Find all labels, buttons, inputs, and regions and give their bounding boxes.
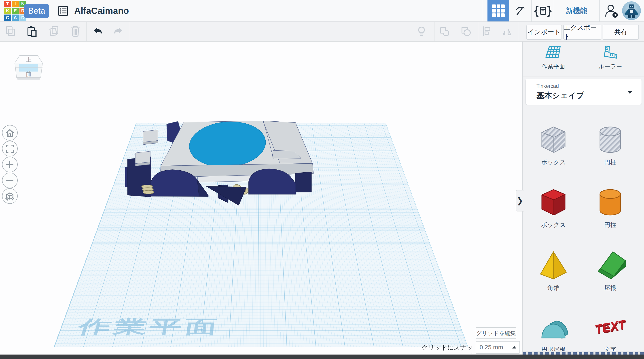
design-menu-icon[interactable] <box>58 6 68 16</box>
align-icon[interactable] <box>481 26 492 37</box>
clipped-text-strip <box>523 351 644 354</box>
fit-view-button[interactable] <box>2 141 18 156</box>
divider <box>518 22 518 41</box>
shape-label: 角錐 <box>529 284 578 292</box>
viewcube-front-label: 前 <box>26 71 32 77</box>
shape-label: 円柱 <box>586 221 634 229</box>
share-button[interactable]: 共有 <box>603 24 639 40</box>
divider <box>434 22 434 41</box>
ruler-tool-label: ルーラー <box>588 62 632 70</box>
shape-item-cylinder[interactable]: 円柱 <box>586 184 634 238</box>
fit-view-icon <box>5 144 15 154</box>
home-view-button[interactable] <box>2 125 18 140</box>
viewcube-top-label: 上 <box>26 56 32 63</box>
home-icon <box>5 128 15 138</box>
shape-label: ボックス <box>529 158 578 166</box>
undo-icon[interactable] <box>92 26 104 37</box>
logo-tile: I <box>12 1 18 7</box>
ruler-icon <box>602 45 619 60</box>
logo-tile: K <box>4 8 11 14</box>
shape-item-box[interactable]: ボックス <box>529 184 578 238</box>
export-button[interactable]: エクスポート <box>563 24 601 40</box>
ungroup-icon[interactable] <box>460 26 472 37</box>
shapes-panel: 作業平面 ルーラー Tinkercad 基本シェイプ <box>522 41 644 359</box>
code-blocks-icon: { } <box>533 4 552 18</box>
copy-icon[interactable] <box>4 26 16 37</box>
workplane-watermark: 作業平面 <box>75 315 221 339</box>
snap-grid-value: 0.25 mm <box>480 344 503 351</box>
caret-up-icon <box>512 346 516 348</box>
model-alfacaimano[interactable] <box>125 115 405 298</box>
spring-detail <box>142 185 154 194</box>
divider <box>86 22 86 41</box>
tinkercad-app: T I N K E R C A D Beta AlfaCaimano <box>0 0 644 359</box>
zoom-out-button[interactable] <box>2 172 18 188</box>
toolbar: インポート エクスポート 共有 <box>0 22 644 42</box>
panel-tools-row: 作業平面 ルーラー <box>523 41 644 76</box>
tinkercad-logo[interactable]: T I N K E R C A D <box>4 1 26 21</box>
import-button[interactable]: インポート <box>526 24 562 40</box>
robot-avatar-image <box>622 1 641 20</box>
show-all-icon[interactable] <box>416 26 427 37</box>
shape-item-cylinder-hole[interactable]: 円柱 <box>586 122 634 175</box>
divider <box>478 22 478 41</box>
svg-text:TEXT: TEXT <box>594 317 628 336</box>
workplane-tool[interactable]: 作業平面 <box>531 45 576 70</box>
new-features-link[interactable]: 新機能 <box>554 0 599 22</box>
caret-down-icon <box>627 91 632 94</box>
perspective-toggle-button[interactable] <box>2 188 18 204</box>
logo-tile: T <box>4 1 11 7</box>
pickaxe-icon <box>514 4 526 17</box>
view-cube[interactable]: 上 前 <box>14 54 44 83</box>
invite-button[interactable] <box>603 0 620 22</box>
snap-grid-select[interactable]: 0.25 mm <box>476 341 520 354</box>
shape-label: 円柱 <box>586 158 634 166</box>
svg-text:}: } <box>547 4 552 17</box>
category-name: 基本シェイプ <box>536 90 584 101</box>
header: T I N K E R C A D Beta AlfaCaimano <box>0 0 644 22</box>
design-title: AlfaCaimano <box>74 0 129 22</box>
blocks-editor-tab[interactable] <box>511 0 529 22</box>
divider <box>130 22 130 41</box>
logo-tile: C <box>4 14 11 21</box>
snap-grid-label: グリッドにスナップ <box>416 343 473 354</box>
viewport-3d[interactable]: 作業平面 <box>0 41 522 354</box>
category-brand: Tinkercad <box>536 83 559 89</box>
ruler-tool[interactable]: ルーラー <box>588 45 632 70</box>
workplane-tool-label: 作業平面 <box>531 62 576 70</box>
bottom-edge-bar <box>0 354 644 359</box>
shape-category-dropdown[interactable]: Tinkercad 基本シェイプ <box>526 79 642 105</box>
shape-item-box-hole[interactable]: ボックス <box>529 122 578 175</box>
delete-icon[interactable] <box>70 26 81 37</box>
duplicate-icon[interactable] <box>48 26 59 37</box>
shape-item-pyramid[interactable]: 角錐 <box>529 247 578 301</box>
divider <box>599 0 600 22</box>
group-icon[interactable] <box>439 26 450 37</box>
chevron-right-icon: ❯ <box>516 196 523 206</box>
mirror-icon[interactable] <box>501 26 512 37</box>
codeblocks-tab[interactable]: { } <box>533 0 553 22</box>
svg-text:{: { <box>534 4 539 17</box>
editor-3d-tab[interactable] <box>488 0 510 22</box>
paste-icon[interactable] <box>26 26 37 37</box>
edit-grid-button[interactable]: グリッドを編集 <box>476 327 516 339</box>
shape-item-roof[interactable]: 屋根 <box>586 247 634 301</box>
beta-badge[interactable]: Beta <box>24 4 49 18</box>
panel-collapse-button[interactable]: ❯ <box>516 190 524 212</box>
zoom-in-button[interactable] <box>2 157 18 172</box>
add-person-icon <box>604 3 619 18</box>
minus-icon <box>5 176 15 185</box>
shape-label: ボックス <box>529 221 578 229</box>
plus-icon <box>5 160 15 170</box>
grid-icon <box>492 4 505 17</box>
divider <box>482 0 482 22</box>
divider <box>531 0 532 22</box>
logo-tile: A <box>12 14 18 21</box>
logo-tile: E <box>12 8 18 14</box>
shape-label: 屋根 <box>586 284 634 292</box>
workplane-icon <box>545 45 562 60</box>
redo-icon[interactable] <box>112 26 124 37</box>
perspective-cube-icon <box>5 191 15 201</box>
user-avatar[interactable] <box>622 1 641 20</box>
